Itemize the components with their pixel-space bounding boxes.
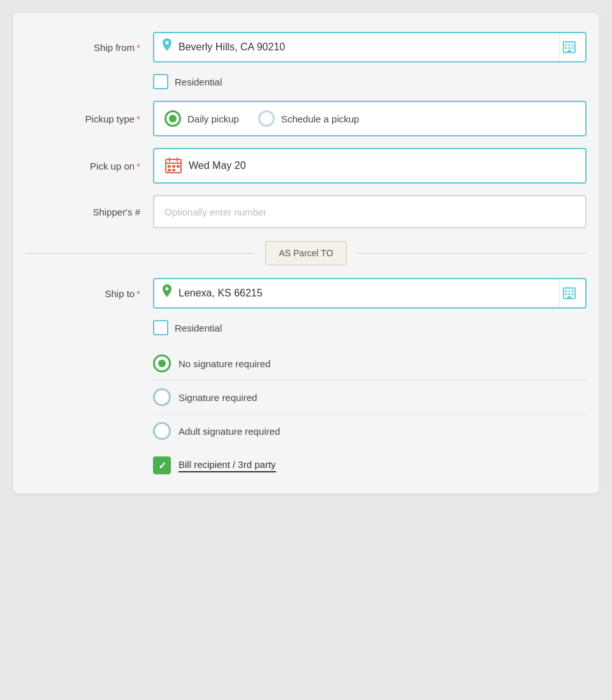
pickup-date-value: Wed May 20 <box>189 160 246 171</box>
pickup-date-col: Wed May 20 <box>153 148 586 184</box>
pickup-date-row: Pick up on* Wed May 20 <box>26 148 586 184</box>
ship-from-row: Ship from* <box>26 32 586 62</box>
ship-from-input-wrapper[interactable] <box>153 32 586 62</box>
calendar-icon <box>164 157 182 175</box>
svg-rect-4 <box>565 47 567 49</box>
form-card: Ship from* <box>13 13 599 493</box>
residential-to-checkbox[interactable] <box>153 320 168 335</box>
svg-rect-13 <box>172 165 175 168</box>
ship-to-row: Ship to* <box>26 278 586 309</box>
green-location-pin-icon <box>161 284 173 303</box>
svg-rect-14 <box>177 165 180 168</box>
building-button-from[interactable] <box>559 33 579 61</box>
bill-recipient-row: Bill recipient / 3rd party <box>153 456 586 474</box>
residential-from-row: Residential <box>153 74 586 89</box>
pickup-date-label: Pick up on* <box>26 161 153 171</box>
as-parcel-to-button[interactable]: AS Parcel TO <box>265 241 346 265</box>
svg-rect-23 <box>572 293 574 295</box>
residential-from-checkbox[interactable] <box>153 74 168 89</box>
residential-to-row: Residential <box>153 320 586 335</box>
bill-recipient-checkbox[interactable] <box>153 456 171 474</box>
svg-rect-19 <box>569 290 571 292</box>
shippers-number-input[interactable] <box>164 207 575 217</box>
adult-signature-radio[interactable] <box>153 422 171 440</box>
ship-from-label: Ship from* <box>26 42 153 53</box>
ship-to-input-col <box>153 278 586 309</box>
schedule-pickup-radio[interactable] <box>258 110 275 127</box>
svg-rect-2 <box>569 44 571 46</box>
signature-required-option[interactable]: Signature required <box>153 381 586 414</box>
svg-rect-9 <box>166 163 181 164</box>
ship-from-input[interactable] <box>173 41 554 53</box>
shippers-number-label: Shipper's # <box>26 207 153 217</box>
pickup-type-row: Pickup type* Daily pickup Schedule a pic… <box>26 101 586 136</box>
svg-rect-16 <box>172 169 175 171</box>
svg-rect-24 <box>567 296 571 299</box>
ship-from-input-col <box>153 32 586 62</box>
svg-rect-6 <box>572 47 574 49</box>
residential-from-label: Residential <box>175 77 222 87</box>
divider-row: AS Parcel TO <box>26 241 586 265</box>
location-pin-icon <box>161 38 173 57</box>
signature-required-radio[interactable] <box>153 388 171 406</box>
svg-rect-21 <box>565 293 567 295</box>
building-button-to[interactable] <box>559 279 579 307</box>
no-signature-radio[interactable] <box>153 354 171 372</box>
shippers-number-wrapper[interactable] <box>153 195 586 228</box>
ship-to-label: Ship to* <box>26 288 153 299</box>
daily-pickup-radio[interactable] <box>164 110 181 127</box>
svg-rect-12 <box>168 165 171 168</box>
pickup-date-picker[interactable]: Wed May 20 <box>153 148 586 184</box>
ship-to-input-wrapper[interactable] <box>153 278 586 309</box>
svg-rect-1 <box>565 44 567 46</box>
pickup-type-wrapper: Daily pickup Schedule a pickup <box>153 101 586 136</box>
svg-rect-22 <box>569 293 571 295</box>
schedule-pickup-option[interactable]: Schedule a pickup <box>258 110 360 127</box>
svg-rect-18 <box>565 290 567 292</box>
adult-signature-option[interactable]: Adult signature required <box>153 414 586 448</box>
shippers-number-row: Shipper's # <box>26 195 586 228</box>
shippers-number-col <box>153 195 586 228</box>
daily-pickup-option[interactable]: Daily pickup <box>164 110 239 127</box>
pickup-type-col: Daily pickup Schedule a pickup <box>153 101 586 136</box>
svg-rect-7 <box>567 50 571 53</box>
residential-to-label: Residential <box>175 323 222 333</box>
divider-left <box>26 253 255 254</box>
divider-right <box>357 253 586 254</box>
svg-rect-15 <box>168 169 171 171</box>
svg-rect-20 <box>572 290 574 292</box>
bill-recipient-label: Bill recipient / 3rd party <box>178 459 276 472</box>
svg-rect-3 <box>572 44 574 46</box>
ship-to-input[interactable] <box>173 288 554 299</box>
no-signature-option[interactable]: No signature required <box>153 347 586 381</box>
svg-rect-5 <box>569 47 571 49</box>
pickup-type-label: Pickup type* <box>26 113 153 124</box>
signature-section: No signature required Signature required… <box>153 347 586 448</box>
